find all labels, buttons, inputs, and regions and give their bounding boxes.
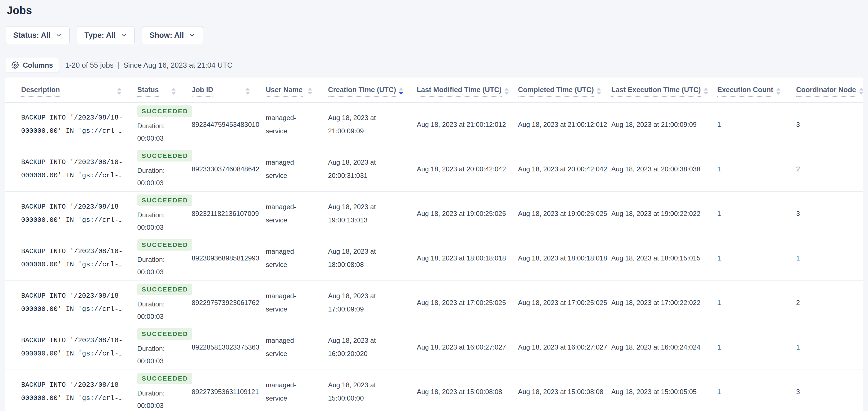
status-filter-label: Status: All: [13, 31, 51, 40]
completed-time: Aug 18, 2023 at 17:00:25:025: [513, 281, 606, 325]
job-description: BACKUP INTO '/2023/08/18-000000.00' IN '…: [5, 102, 132, 147]
completed-time: Aug 18, 2023 at 15:00:08:08: [513, 370, 606, 411]
table-row: BACKUP INTO '/2023/08/18-000000.00' IN '…: [5, 192, 863, 236]
coordinator-node: 3: [791, 370, 863, 411]
duration-value: 00:00:03: [137, 311, 181, 323]
duration-label: Duration:: [137, 387, 181, 400]
execution-count: 1: [712, 370, 791, 411]
column-header-creation-time[interactable]: Creation Time (UTC): [323, 78, 412, 102]
last-modified-time: Aug 18, 2023 at 20:00:42:042: [412, 147, 513, 192]
job-status-cell: SUCCEEDED Duration: 00:00:03: [132, 192, 187, 236]
column-header-completed-time[interactable]: Completed Time (UTC): [513, 78, 606, 102]
last-modified-time: Aug 18, 2023 at 17:00:25:025: [412, 281, 513, 325]
job-description: BACKUP INTO '/2023/08/18-000000.00' IN '…: [5, 370, 132, 411]
status-filter-dropdown[interactable]: Status: All: [6, 26, 70, 44]
last-modified-time: Aug 18, 2023 at 18:00:18:018: [412, 236, 513, 281]
last-execution-time: Aug 18, 2023 at 15:00:05:05: [606, 370, 712, 411]
column-header-job-id[interactable]: Job ID: [187, 78, 261, 102]
column-header-label: Last Execution Time (UTC): [611, 86, 701, 97]
column-header-label: Execution Count: [717, 86, 773, 97]
page-title: Jobs: [5, 0, 863, 17]
chevron-down-icon: [189, 32, 195, 39]
creation-time: Aug 18, 2023 at 21:00:09:09: [323, 102, 412, 147]
column-header-label: User Name: [266, 86, 303, 97]
status-badge: SUCCEEDED: [137, 328, 192, 340]
sort-icon[interactable]: [859, 88, 864, 95]
columns-button[interactable]: Columns: [6, 58, 59, 72]
sort-icon[interactable]: [117, 88, 121, 95]
status-badge: SUCCEEDED: [137, 150, 192, 162]
user-name: managed-service: [261, 325, 323, 370]
status-badge: SUCCEEDED: [137, 106, 192, 117]
duration-label: Duration:: [137, 209, 181, 221]
sort-icon[interactable]: [172, 88, 176, 95]
user-name: managed-service: [261, 236, 323, 281]
sort-icon[interactable]: [704, 88, 708, 95]
table-toolbar: Columns 1-20 of 55 jobs| Since Aug 16, 2…: [5, 58, 863, 72]
job-description: BACKUP INTO '/2023/08/18-000000.00' IN '…: [5, 192, 132, 236]
last-modified-time: Aug 18, 2023 at 19:00:25:025: [412, 192, 513, 236]
status-badge: SUCCEEDED: [137, 195, 192, 206]
job-status-cell: SUCCEEDED Duration: 00:00:03: [132, 370, 187, 411]
execution-count: 1: [712, 281, 791, 325]
column-header-label: Creation Time (UTC): [328, 86, 396, 97]
duration-value: 00:00:03: [137, 266, 181, 278]
status-badge: SUCCEEDED: [137, 239, 192, 251]
coordinator-node: 1: [791, 236, 863, 281]
status-badge: SUCCEEDED: [137, 284, 192, 295]
duration-label: Duration:: [137, 120, 181, 132]
job-id: 892321182136107009: [187, 192, 261, 236]
job-status-cell: SUCCEEDED Duration: 00:00:03: [132, 102, 187, 147]
column-header-execution-count[interactable]: Execution Count: [712, 78, 791, 102]
job-id: 892344759453483010: [187, 102, 261, 147]
type-filter-dropdown[interactable]: Type: All: [77, 26, 135, 44]
last-modified-time: Aug 18, 2023 at 16:00:27:027: [412, 325, 513, 370]
duration-label: Duration:: [137, 298, 181, 311]
duration-value: 00:00:03: [137, 400, 181, 411]
sort-icon[interactable]: [245, 88, 250, 95]
user-name: managed-service: [261, 370, 323, 411]
column-header-coordinator-node[interactable]: Coordinator Node: [791, 78, 863, 102]
sort-icon[interactable]: [399, 88, 403, 95]
job-status-cell: SUCCEEDED Duration: 00:00:03: [132, 281, 187, 325]
column-header-label: Description: [21, 86, 60, 97]
job-status-cell: SUCCEEDED Duration: 00:00:03: [132, 325, 187, 370]
creation-time: Aug 18, 2023 at 16:00:20:020: [323, 325, 412, 370]
job-status-cell: SUCCEEDED Duration: 00:00:03: [132, 236, 187, 281]
column-header-label: Coordinator Node: [796, 86, 856, 97]
last-execution-time: Aug 18, 2023 at 18:00:15:015: [606, 236, 712, 281]
column-header-last-execution-time[interactable]: Last Execution Time (UTC): [606, 78, 712, 102]
user-name: managed-service: [261, 192, 323, 236]
execution-count: 1: [712, 147, 791, 192]
last-execution-time: Aug 18, 2023 at 17:00:22:022: [606, 281, 712, 325]
execution-count: 1: [712, 325, 791, 370]
last-execution-time: Aug 18, 2023 at 20:00:38:038: [606, 147, 712, 192]
job-id: 892285813023375363: [187, 325, 261, 370]
column-header-user-name[interactable]: User Name: [261, 78, 323, 102]
coordinator-node: 3: [791, 102, 863, 147]
completed-time: Aug 18, 2023 at 18:00:18:018: [513, 236, 606, 281]
show-filter-dropdown[interactable]: Show: All: [142, 26, 203, 44]
job-id: 892273953631109121: [187, 370, 261, 411]
column-header-last-modified-time[interactable]: Last Modified Time (UTC): [412, 78, 513, 102]
column-header-label: Job ID: [192, 86, 213, 97]
sort-icon[interactable]: [308, 88, 312, 95]
last-modified-time: Aug 18, 2023 at 21:00:12:012: [412, 102, 513, 147]
sort-icon[interactable]: [597, 88, 601, 95]
table-row: BACKUP INTO '/2023/08/18-000000.00' IN '…: [5, 281, 863, 325]
chevron-down-icon: [120, 32, 127, 39]
sort-icon[interactable]: [504, 88, 509, 95]
creation-time: Aug 18, 2023 at 15:00:00:00: [323, 370, 412, 411]
gear-icon: [11, 61, 19, 69]
duration-label: Duration:: [137, 164, 181, 177]
sort-icon[interactable]: [776, 88, 781, 95]
duration-value: 00:00:03: [137, 355, 181, 367]
coordinator-node: 2: [791, 281, 863, 325]
completed-time: Aug 18, 2023 at 20:00:42:042: [513, 147, 606, 192]
column-header-description[interactable]: Description: [5, 78, 132, 102]
column-header-status[interactable]: Status: [132, 78, 187, 102]
column-header-label: Completed Time (UTC): [518, 86, 594, 97]
show-filter-label: Show: All: [150, 31, 184, 40]
user-name: managed-service: [261, 147, 323, 192]
last-execution-time: Aug 18, 2023 at 21:00:09:09: [606, 102, 712, 147]
